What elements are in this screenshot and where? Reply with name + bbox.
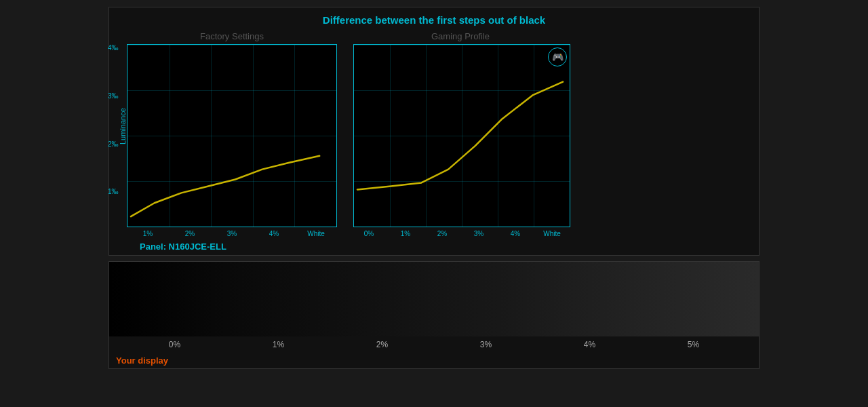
x-label-white-left: White [295, 230, 337, 237]
x-label-1pct-right: 1% [387, 230, 424, 237]
left-chart-wrapper: Factory Settings 4‰ 3‰ 2‰ 1‰ [127, 31, 337, 237]
left-chart-header: Factory Settings [127, 31, 337, 41]
right-chart-area: 🎮 [353, 44, 570, 227]
grad-label-5: 5% [688, 340, 699, 349]
panel-info: Panel: N160JCE-ELL [116, 241, 752, 252]
x-label-0pct-right: 0% [351, 230, 387, 237]
y-label-3: 3‰ [108, 92, 119, 100]
grad-label-2: 2% [376, 340, 388, 349]
bottom-section: 0% 1% 2% 3% 4% 5% Your display [108, 261, 760, 369]
chart-section: Difference between the first steps out o… [108, 7, 760, 256]
x-label-1pct-left: 1% [127, 230, 169, 237]
x-label-3pct-left: 3% [211, 230, 253, 237]
left-chart-inner: 4‰ 3‰ 2‰ 1‰ [127, 44, 337, 237]
right-chart-inner: 🎮 0% 1% 2% 3% 4% [351, 44, 570, 237]
x-label-2pct-right: 2% [424, 230, 460, 237]
gradient-bar [109, 262, 759, 336]
right-chart-curve [354, 45, 570, 227]
x-label-4pct-right: 4% [497, 230, 534, 237]
right-chart-wrapper: Gaming Profile [351, 31, 570, 237]
your-display-label: Your display [109, 353, 759, 368]
grad-label-0: 0% [169, 340, 180, 349]
y-label-4: 4‰ [108, 44, 119, 52]
y-label-1: 1‰ [108, 188, 119, 195]
x-label-white-right: White [534, 230, 570, 237]
grad-label-1: 1% [273, 340, 284, 349]
main-container: Difference between the first steps out o… [0, 0, 868, 407]
right-chart-header: Gaming Profile [351, 31, 570, 41]
x-label-4pct-left: 4% [253, 230, 295, 237]
grad-label-3: 3% [480, 340, 492, 349]
left-x-labels: 1% 2% 3% 4% White [127, 227, 337, 237]
y-label-2: 2‰ [108, 140, 119, 148]
x-label-2pct-left: 2% [169, 230, 211, 237]
right-x-labels: 0% 1% 2% 3% 4% White [351, 227, 570, 237]
charts-row: Luminance Factory Settings 4‰ 3‰ 2‰ 1‰ [116, 31, 752, 237]
grad-label-4: 4% [584, 340, 595, 349]
left-chart-area [127, 44, 337, 227]
left-chart-curve [127, 45, 336, 227]
right-chart-group: Gaming Profile [351, 31, 570, 237]
left-chart-group: Luminance Factory Settings 4‰ 3‰ 2‰ 1‰ [116, 31, 337, 237]
x-label-3pct-right: 3% [460, 230, 497, 237]
gradient-labels: 0% 1% 2% 3% 4% 5% [109, 336, 759, 353]
chart-title: Difference between the first steps out o… [116, 14, 752, 26]
